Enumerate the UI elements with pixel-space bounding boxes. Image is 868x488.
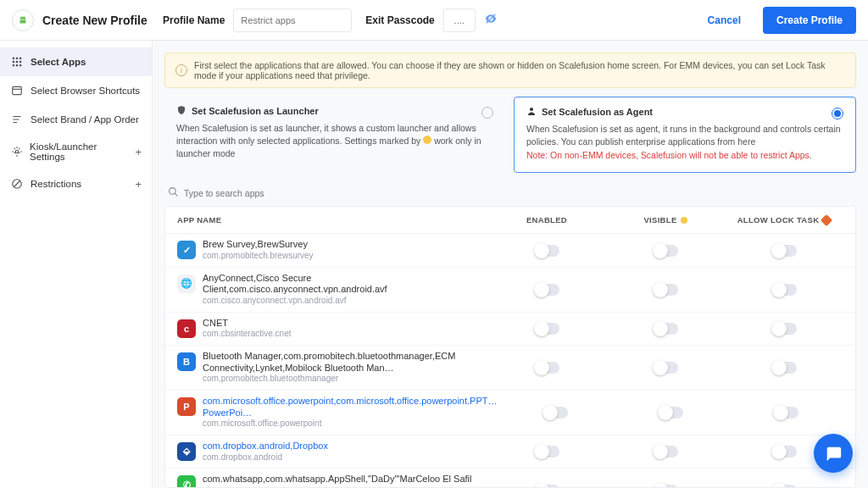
search-icon [168,186,179,199]
app-package: com.cisco.anyconnect.vpn.android.avf [203,296,487,307]
sidebar: Select Apps Select Browser Shortcuts Sel… [0,41,153,488]
toggle-enabled[interactable] [542,407,568,419]
toggle-enabled[interactable] [534,362,559,374]
marker-icon [681,217,687,224]
exit-passcode-input[interactable] [443,8,476,32]
eye-toggle-icon[interactable] [484,12,498,29]
app-icon: ✆ [177,475,196,487]
mode-agent-card[interactable]: Set Scalefusion as Agent When Scalefusio… [514,97,856,173]
toggle-lock[interactable] [771,362,797,374]
app-icon: ✓ [177,241,196,259]
app-icon: P [177,397,196,416]
toggle-visible[interactable] [653,323,678,335]
expand-icon[interactable]: + [135,146,142,158]
exit-passcode-label: Exit Passcode [365,14,434,26]
banner-text: First select the applications that are a… [194,60,845,80]
create-profile-button[interactable]: Create Profile [763,7,856,34]
sidebar-item-label: Select Apps [31,57,86,67]
toggle-lock[interactable] [773,407,798,419]
sidebar-item-kiosk-settings[interactable]: Kiosk/Launcher Settings + [0,134,152,169]
app-package: com.cbsinteractive.cnet [203,329,292,340]
toggle-visible[interactable] [653,446,678,458]
sidebar-item-select-apps[interactable]: Select Apps [0,47,152,76]
expand-icon[interactable]: + [135,178,142,191]
toggle-visible[interactable] [653,362,678,374]
app-package: com.promobitech.bluetoothmanager [203,374,487,385]
mode-agent-title: Set Scalefusion as Agent [542,107,653,117]
profile-name-input[interactable] [233,8,352,32]
table-row: cCNETcom.cbsinteractive.cnet [165,313,855,346]
sidebar-item-browser-shortcuts[interactable]: Select Browser Shortcuts [0,76,152,105]
sidebar-item-brand-order[interactable]: Select Brand / App Order [0,105,152,134]
col-enabled: ENABLED [487,215,606,225]
app-name: com.microsoft.office.powerpoint,com.micr… [203,396,497,419]
toggle-visible[interactable] [653,284,678,296]
mode-launcher-desc: When Scalefusion is set as launcher, it … [176,122,493,161]
radio-launcher[interactable] [481,107,493,119]
app-name: com.dropbox.android,Dropbox [203,441,328,452]
toggle-lock[interactable] [771,245,797,257]
mode-launcher-card[interactable]: Set Scalefusion as Launcher When Scalefu… [164,97,505,173]
toggle-visible[interactable] [658,407,683,419]
lock-marker-icon [821,214,832,226]
app-icon: 🌐 [177,274,196,293]
brand: Create New Profile [12,9,149,31]
top-bar: Create New Profile Profile Name Exit Pas… [0,0,868,41]
app-name: CNET [203,318,292,330]
svg-line-8 [175,194,177,197]
sidebar-item-label: Kiosk/Launcher Settings [30,141,128,162]
sidebar-item-label: Restrictions [31,179,81,189]
mode-agent-desc: When Scalefusion is set as agent, it run… [526,123,843,148]
app-name: AnyConnect,Cisco Secure Client,com.cisco… [203,273,487,297]
browser-icon [10,84,24,97]
svg-point-7 [170,188,176,195]
toggle-visible[interactable] [653,485,678,487]
svg-line-5 [14,181,20,187]
app-icon: B [177,352,196,371]
table-row: ✆com.whatsapp,com.whatsapp.AppShell,"DaD… [165,469,855,487]
mode-agent-note: Note: On non-EMM devices, Scalefusion wi… [526,150,843,160]
android-logo-icon [12,9,34,31]
toggle-enabled[interactable] [534,446,559,458]
cancel-button[interactable]: Cancel [699,9,749,31]
grid-icon [10,55,24,69]
radio-agent[interactable] [832,108,843,119]
gear-icon [10,145,23,158]
marker-icon [423,136,431,144]
table-row: 🌐AnyConnect,Cisco Secure Client,com.cisc… [165,268,855,313]
sidebar-item-restrictions[interactable]: Restrictions + [0,169,152,198]
table-row: Pcom.microsoft.office.powerpoint,com.mic… [165,391,855,435]
search-row [164,181,856,206]
app-package: com.microsoft.office.powerpoint [203,419,497,430]
app-package: com.dropbox.android [203,452,328,463]
col-visible: VISIBLE [606,215,725,225]
app-name: Bluetooth Manager,com.promobitech.blueto… [203,351,487,374]
toggle-lock[interactable] [771,323,797,335]
mode-selector: Set Scalefusion as Launcher When Scalefu… [164,97,856,173]
app-icon: c [177,319,196,338]
toggle-enabled[interactable] [534,485,559,487]
svg-rect-1 [13,86,22,94]
toggle-visible[interactable] [653,245,678,257]
table-body[interactable]: ✓Brew Survey,BrewSurveycom.promobitech.b… [165,234,855,487]
toggle-enabled[interactable] [534,284,559,296]
app-link[interactable]: PowerPoi… [203,408,252,418]
main-content: i First select the applications that are… [153,41,868,488]
toggle-lock[interactable] [771,485,797,487]
col-lock: ALLOW LOCK TASK [725,215,843,225]
app-link[interactable]: com.microsoft.office.powerpoint,com.micr… [203,396,497,406]
toggle-enabled[interactable] [534,323,559,335]
toggle-lock[interactable] [771,446,797,458]
col-app-name: APP NAME [177,215,487,225]
apps-table: APP NAME ENABLED VISIBLE ALLOW LOCK TASK… [164,206,856,488]
sidebar-item-label: Select Browser Shortcuts [31,86,140,96]
app-name: com.whatsapp,com.whatsapp.AppShell,"DaDy… [203,474,487,487]
chat-fab[interactable] [814,434,853,473]
list-icon [10,113,24,126]
table-row: ⬙com.dropbox.android,Dropboxcom.dropbox.… [165,435,855,469]
toggle-enabled[interactable] [534,245,559,257]
app-link[interactable]: com.dropbox.android,Dropbox [203,441,328,451]
table-row: ✓Brew Survey,BrewSurveycom.promobitech.b… [165,234,855,267]
toggle-lock[interactable] [771,284,797,296]
search-input[interactable] [184,188,853,198]
